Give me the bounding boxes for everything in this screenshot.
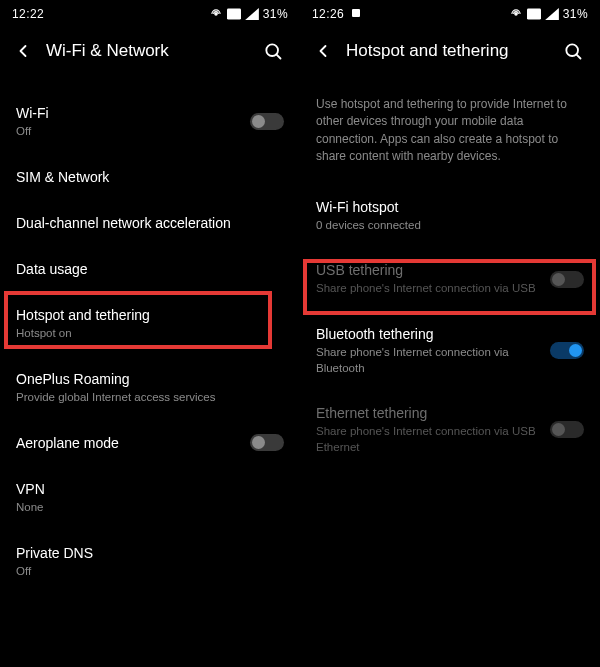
bluetooth-tethering-toggle[interactable] [550,342,584,359]
row-sub: Hotspot on [16,326,284,342]
status-icons: 31% [209,7,288,21]
signal-icon [545,8,559,20]
chevron-left-icon [313,41,333,61]
page-title: Hotspot and tethering [346,41,550,61]
back-button[interactable] [10,38,36,64]
row-sub: Share phone's Internet connection via Bl… [316,345,542,376]
page-title: Wi-Fi & Network [46,41,250,61]
row-title: Hotspot and tethering [16,306,284,324]
row-data-usage[interactable]: Data usage [0,246,300,292]
chevron-left-icon [13,41,33,61]
screenshot-indicator-icon [350,7,362,22]
status-bar: 12:26 31% [300,0,600,24]
row-title: Wi-Fi [16,104,242,122]
row-sub: Share phone's Internet connection via US… [316,424,542,455]
battery-text: 31% [563,7,588,21]
volte-icon [527,8,541,20]
battery-text: 31% [263,7,288,21]
page-description: Use hotspot and tethering to provide Int… [300,78,600,180]
svg-point-0 [215,13,217,15]
svg-point-5 [515,13,517,15]
row-private-dns[interactable]: Private DNS Off [0,530,300,594]
row-bluetooth-tethering[interactable]: Bluetooth tethering Share phone's Intern… [300,311,600,390]
row-title: USB tethering [316,261,542,279]
search-button[interactable] [260,38,286,64]
right-panel: 12:26 31% Hotspot and tethering Use hots… [300,0,600,667]
hotspot-icon [209,7,223,21]
status-bar: 12:22 31% [0,0,300,24]
row-title: Ethernet tethering [316,404,542,422]
row-sim-network[interactable]: SIM & Network [0,154,300,200]
row-title: Dual-channel network acceleration [16,214,284,232]
row-title: OnePlus Roaming [16,370,284,388]
hotspot-icon [509,7,523,21]
svg-line-3 [276,54,280,58]
svg-rect-4 [352,9,360,17]
svg-rect-1 [227,8,241,19]
row-title: VPN [16,480,284,498]
row-title: Data usage [16,260,284,278]
row-sub: Off [16,564,284,580]
row-hotspot-tethering[interactable]: Hotspot and tethering Hotspot on [0,292,300,356]
ethernet-tethering-toggle [550,421,584,438]
wifi-toggle[interactable] [250,113,284,130]
row-title: SIM & Network [16,168,284,186]
row-title: Aeroplane mode [16,434,242,452]
row-sub: Share phone's Internet connection via US… [316,281,542,297]
settings-list: Wi-Fi Off SIM & Network Dual-channel net… [0,78,300,597]
volte-icon [227,8,241,20]
search-button[interactable] [560,38,586,64]
row-wifi[interactable]: Wi-Fi Off [0,82,300,154]
row-sub: Provide global Internet access services [16,390,284,406]
row-sub: None [16,500,284,516]
row-oneplus-roaming[interactable]: OnePlus Roaming Provide global Internet … [0,356,300,420]
svg-line-8 [576,54,580,58]
row-vpn[interactable]: VPN None [0,466,300,530]
search-icon [263,41,283,61]
row-ethernet-tethering: Ethernet tethering Share phone's Interne… [300,390,600,469]
row-wifi-hotspot[interactable]: Wi-Fi hotspot 0 devices connected [300,184,600,248]
row-aeroplane-mode[interactable]: Aeroplane mode [0,420,300,466]
row-sub: 0 devices connected [316,218,584,234]
usb-tethering-toggle [550,271,584,288]
signal-icon [245,8,259,20]
row-sub: Off [16,124,242,140]
aeroplane-toggle[interactable] [250,434,284,451]
row-title: Private DNS [16,544,284,562]
back-button[interactable] [310,38,336,64]
status-time: 12:22 [12,7,44,21]
status-time: 12:26 [312,7,344,21]
status-icons: 31% [509,7,588,21]
settings-list: Wi-Fi hotspot 0 devices connected USB te… [300,180,600,474]
row-dual-channel[interactable]: Dual-channel network acceleration [0,200,300,246]
row-title: Bluetooth tethering [316,325,542,343]
row-usb-tethering: USB tethering Share phone's Internet con… [300,247,600,311]
app-bar: Wi-Fi & Network [0,24,300,78]
app-bar: Hotspot and tethering [300,24,600,78]
row-title: Wi-Fi hotspot [316,198,584,216]
search-icon [563,41,583,61]
svg-rect-6 [527,8,541,19]
left-panel: 12:22 31% Wi-Fi & Network Wi-Fi Off [0,0,300,667]
